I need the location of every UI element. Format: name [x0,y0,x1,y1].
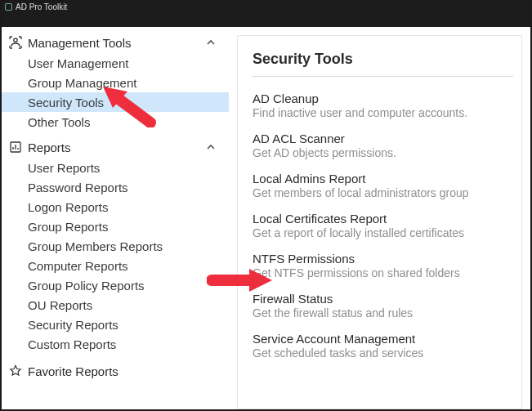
star-icon [8,364,23,378]
window-title: AD Pro Toolkit [16,2,67,12]
tool-desc: Get a report of locally installed certif… [253,226,513,239]
sidebar-item-security-tools[interactable]: Security Tools [2,92,229,112]
tool-title: Local Admins Report [253,172,513,185]
sidebar-item-group-reports[interactable]: Group Reports [2,217,229,236]
sidebar-item-security-reports[interactable]: Security Reports [2,315,229,334]
chevron-up-icon [206,142,216,152]
sidebar-group-label: Reports [28,141,206,154]
nav-label: Logon Reports [28,200,108,214]
tool-title: AD Cleanup [253,92,513,105]
tool-local-certificates-report[interactable]: Local Certificates Report Get a report o… [253,212,513,239]
nav-label: OU Reports [28,298,92,312]
page-title: Security Tools [253,51,513,77]
tool-local-admins-report[interactable]: Local Admins Report Get members of local… [253,172,513,199]
chevron-up-icon [206,38,216,47]
sidebar-group-management-tools[interactable]: Management Tools [2,32,229,53]
nav-label: User Management [28,56,128,70]
tool-desc: Get AD objects permissions. [253,146,513,159]
sidebar-item-ou-reports[interactable]: OU Reports [2,295,229,315]
tool-firewall-status[interactable]: Firewall Status Get the firewall status … [253,292,513,319]
sidebar: Management Tools User Management Group M… [2,27,229,409]
nav-label: Computer Reports [28,259,128,273]
content-area: Management Tools User Management Group M… [2,27,530,409]
nav-label: Other Tools [28,115,90,129]
tool-desc: Get scheduled tasks and services [253,346,513,360]
tool-ntfs-permissions[interactable]: NTFS Permissions Get NTFS permissions on… [253,252,513,279]
tool-title: Firewall Status [253,292,513,306]
tool-desc: Find inactive user and computer accounts… [253,106,513,119]
svg-point-0 [14,38,17,42]
sidebar-item-other-tools[interactable]: Other Tools [2,112,229,132]
nav-label: Group Policy Reports [28,279,145,293]
tool-title: NTFS Permissions [253,252,513,266]
sidebar-item-group-members-reports[interactable]: Group Members Reports [2,236,229,256]
sidebar-item-user-reports[interactable]: User Reports [2,158,229,177]
app-icon [5,3,12,11]
mgmt-icon [8,35,23,50]
sidebar-item-computer-reports[interactable]: Computer Reports [2,256,229,275]
tool-title: AD ACL Scanner [253,132,513,145]
nav-label: Security Tools [28,96,104,109]
nav-label: Group Members Reports [28,239,163,253]
nav-label: Group Reports [28,220,108,234]
nav-label: Custom Reports [28,337,116,351]
ribbon-area [2,12,530,27]
sidebar-item-group-policy-reports[interactable]: Group Policy Reports [2,275,229,295]
sidebar-item-user-management[interactable]: User Management [2,53,229,73]
tool-service-account-management[interactable]: Service Account Management Get scheduled… [253,332,513,360]
sidebar-item-group-management[interactable]: Group Management [2,73,229,92]
tool-desc: Get the firewall status and rules [253,306,513,319]
tool-title: Local Certificates Report [253,212,513,226]
nav-label: Security Reports [28,318,118,332]
favorites-label: Favorite Reports [28,364,118,378]
nav-label: Group Management [28,76,136,90]
tool-ad-acl-scanner[interactable]: AD ACL Scanner Get AD objects permission… [253,132,513,159]
sidebar-item-logon-reports[interactable]: Logon Reports [2,197,229,217]
sidebar-group-reports[interactable]: Reports [2,136,229,158]
tool-ad-cleanup[interactable]: AD Cleanup Find inactive user and comput… [253,92,513,119]
window-titlebar: AD Pro Toolkit [2,2,530,12]
tool-desc: Get NTFS permissions on shared folders [253,266,513,279]
tool-desc: Get members of local administrators grou… [253,186,513,199]
tool-title: Service Account Management [253,332,513,346]
reports-icon [8,140,23,154]
sidebar-favorite-reports[interactable]: Favorite Reports [2,359,229,383]
sidebar-item-password-reports[interactable]: Password Reports [2,177,229,197]
nav-label: User Reports [28,161,100,175]
main-panel: Security Tools AD Cleanup Find inactive … [237,35,522,409]
nav-label: Password Reports [28,181,128,194]
sidebar-item-custom-reports[interactable]: Custom Reports [2,334,229,354]
sidebar-group-label: Management Tools [28,36,206,50]
